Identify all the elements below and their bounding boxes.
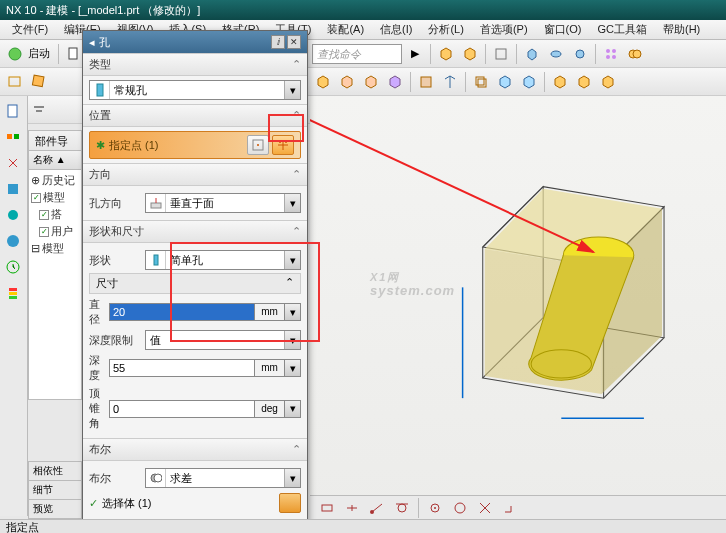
menu-gctoolbox[interactable]: GC工具箱 [589, 20, 655, 39]
sketch-icon[interactable] [4, 71, 26, 93]
svg-rect-2 [9, 77, 20, 86]
snap-rect-icon[interactable] [316, 497, 338, 519]
depth-input[interactable] [109, 359, 255, 377]
svg-point-7 [551, 51, 561, 57]
rail-nav-icon[interactable] [2, 100, 24, 122]
cube-icon[interactable] [435, 43, 457, 65]
dialog-help-icon[interactable]: ⅈ [271, 35, 285, 49]
menu-file[interactable]: 文件(F) [4, 20, 56, 39]
point-icon[interactable] [573, 71, 595, 93]
offset-icon[interactable] [470, 71, 492, 93]
back-icon[interactable]: ◂ [89, 36, 95, 49]
section-boolean[interactable]: 布尔⌃ [83, 438, 307, 461]
direction-combo[interactable]: 垂直于面 ▾ [145, 193, 301, 213]
snap-end-icon[interactable] [366, 497, 388, 519]
nav-column-name[interactable]: 名称 ▲ [29, 151, 81, 170]
section-position[interactable]: 位置⌃ [83, 104, 307, 127]
svg-point-40 [455, 503, 465, 513]
hole-type-icon [90, 81, 110, 99]
bool-combo[interactable]: 求差 ▾ [145, 468, 301, 488]
tip-angle-input[interactable] [109, 400, 255, 418]
extrude-icon[interactable] [521, 43, 543, 65]
snap-perp-icon[interactable] [499, 497, 521, 519]
chevron-up-icon: ⌃ [292, 109, 301, 122]
sketch-point-button[interactable] [247, 135, 269, 155]
select-body-label[interactable]: 选择体 (1) [102, 496, 152, 511]
copy-icon[interactable] [518, 71, 540, 93]
svg-rect-6 [496, 49, 506, 59]
filter-icon[interactable] [28, 99, 50, 121]
snap-tan-icon[interactable] [391, 497, 413, 519]
snap-ctr-icon[interactable] [424, 497, 446, 519]
menu-analysis[interactable]: 分析(L) [420, 20, 471, 39]
rail-reuse-icon[interactable] [2, 178, 24, 200]
snap-int-icon[interactable] [474, 497, 496, 519]
chevron-up-icon: ⌃ [292, 168, 301, 181]
blend-icon[interactable] [336, 71, 358, 93]
cube2-icon[interactable] [459, 43, 481, 65]
diameter-spin[interactable]: ▾ [285, 303, 301, 321]
revolve-icon[interactable] [545, 43, 567, 65]
nav-tree: ⊕ 历史记 ✓模型 ✓搭 ✓用户 ⊟ 模型 [29, 170, 81, 259]
chevron-down-icon: ▾ [284, 81, 300, 99]
menu-prefs[interactable]: 首选项(P) [472, 20, 536, 39]
tree-item[interactable]: ✓模型 [31, 189, 79, 206]
select-body-button[interactable] [279, 493, 301, 513]
rail-roles-icon[interactable] [2, 282, 24, 304]
specify-point-row[interactable]: ✱指定点 (1) [89, 131, 301, 159]
section-direction[interactable]: 方向⌃ [83, 163, 307, 186]
menu-info[interactable]: 信息(I) [372, 20, 420, 39]
tree-item[interactable]: ⊟ 模型 [31, 240, 79, 257]
draft-icon[interactable] [384, 71, 406, 93]
dialog-close-icon[interactable]: ✕ [287, 35, 301, 49]
graphics-canvas[interactable] [310, 96, 726, 519]
search-go-icon[interactable]: ▶ [404, 43, 426, 65]
diameter-input[interactable] [109, 303, 255, 321]
depth-spin[interactable]: ▾ [285, 359, 301, 377]
shape-combo[interactable]: 简单孔 ▾ [145, 250, 301, 270]
status-text: 指定点 [6, 521, 39, 533]
dialog-title: 孔 [99, 35, 110, 50]
move-icon[interactable] [494, 71, 516, 93]
tab-dependency[interactable]: 相依性 [28, 461, 82, 481]
point-constructor-button[interactable] [272, 135, 294, 155]
snap-mid-icon[interactable] [341, 497, 363, 519]
rail-asm-icon[interactable] [2, 126, 24, 148]
face-icon[interactable] [490, 43, 512, 65]
section-shape[interactable]: 形状和尺寸⌃ [83, 220, 307, 243]
tree-item[interactable]: ⊕ 历史记 [31, 172, 79, 189]
tree-item[interactable]: ✓用户 [31, 223, 79, 240]
assoc-icon[interactable] [597, 71, 619, 93]
hole-icon[interactable] [569, 43, 591, 65]
dialog-titlebar[interactable]: ◂ 孔 ⅈ ✕ [83, 31, 307, 53]
rail-browser-icon[interactable] [2, 230, 24, 252]
section-type[interactable]: 类型⌃ [83, 53, 307, 76]
svg-point-45 [285, 141, 287, 143]
type-combo[interactable]: 常规孔 ▾ [89, 80, 301, 100]
command-search[interactable]: 查找命令 [312, 44, 402, 64]
tree-item[interactable]: ✓搭 [31, 206, 79, 223]
trim-icon[interactable] [415, 71, 437, 93]
tip-angle-spin[interactable]: ▾ [285, 400, 301, 418]
wave-icon[interactable] [549, 71, 571, 93]
svg-point-14 [633, 50, 641, 58]
shell-icon[interactable] [312, 71, 334, 93]
rail-hd3d-icon[interactable] [2, 204, 24, 226]
unite-icon[interactable] [624, 43, 646, 65]
launch-button[interactable] [4, 43, 26, 65]
mirror-icon[interactable] [439, 71, 461, 93]
pattern-icon[interactable] [600, 43, 622, 65]
depth-limit-combo[interactable]: 值 ▾ [145, 330, 301, 350]
svg-rect-30 [9, 296, 17, 299]
menu-window[interactable]: 窗口(O) [536, 20, 590, 39]
chamfer-icon[interactable] [360, 71, 382, 93]
rail-history-icon[interactable] [2, 256, 24, 278]
rail-constraint-icon[interactable] [2, 152, 24, 174]
snap-quad-icon[interactable] [449, 497, 471, 519]
datum-icon[interactable] [28, 71, 50, 93]
menu-assembly[interactable]: 装配(A) [319, 20, 372, 39]
dimensions-subheader[interactable]: 尺寸⌃ [89, 273, 301, 294]
tab-detail[interactable]: 细节 [28, 480, 82, 500]
menu-help[interactable]: 帮助(H) [655, 20, 708, 39]
tab-preview[interactable]: 预览 [28, 499, 82, 519]
